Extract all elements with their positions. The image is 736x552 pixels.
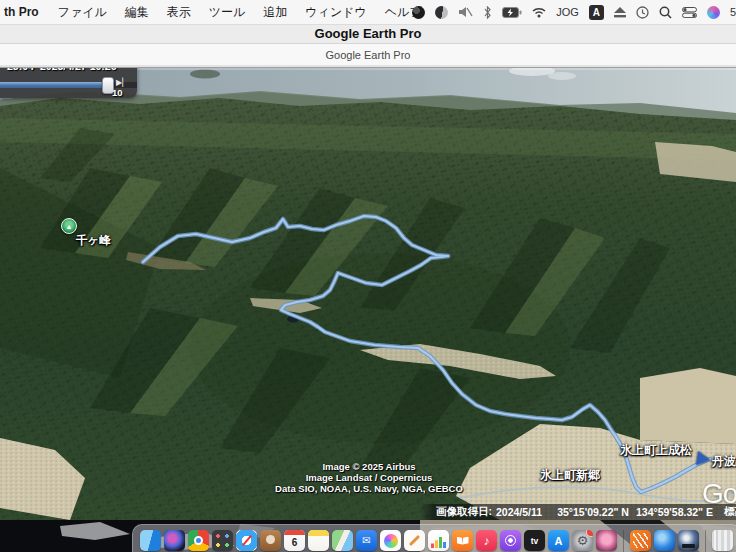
control-center-icon[interactable] xyxy=(682,7,697,18)
dock-item-chrome[interactable] xyxy=(188,530,209,551)
vpn-jog-label[interactable]: JOG xyxy=(556,6,579,18)
dock-item-music[interactable]: ♪ xyxy=(476,530,497,551)
dock-item-photos[interactable] xyxy=(380,530,401,551)
app-menu[interactable]: th Pro xyxy=(4,5,39,19)
window-subtitle: Google Earth Pro xyxy=(326,49,411,61)
chrome-icon[interactable] xyxy=(188,530,209,551)
orange-app-icon[interactable] xyxy=(630,530,651,551)
elevation-label: 標高 xyxy=(724,505,736,519)
dock-item-settings[interactable]: ⚙ xyxy=(572,530,593,551)
dock-item-flower-app[interactable] xyxy=(596,530,617,551)
attribution-line: Image Landsat / Copernicus xyxy=(238,472,500,483)
dock-item-appstore[interactable]: A xyxy=(548,530,569,551)
dock-item-notes[interactable] xyxy=(308,530,329,551)
imagery-date: 2024/5/11 xyxy=(496,506,542,518)
contacts-icon[interactable] xyxy=(260,530,281,551)
podcasts-icon[interactable] xyxy=(500,530,521,551)
village-west-label[interactable]: 氷上町新郷 xyxy=(540,467,600,484)
dock-item-tv[interactable]: tv xyxy=(524,530,545,551)
blue-globe-app-icon[interactable] xyxy=(654,530,675,551)
photo-label[interactable]: 丹波 xyxy=(712,453,736,470)
dock-item-launchpad[interactable] xyxy=(212,530,233,551)
latitude-value: 35°15'09.22" N xyxy=(557,506,629,518)
menu-window[interactable]: ウィンドウ xyxy=(305,4,366,21)
tv-label: tv xyxy=(531,536,539,546)
menu-file[interactable]: ファイル xyxy=(58,4,107,21)
tv-icon[interactable]: tv xyxy=(524,530,545,551)
dock-item-calendar[interactable]: 6 xyxy=(284,530,305,551)
music-note: ♪ xyxy=(484,534,490,548)
photos-icon[interactable] xyxy=(380,530,401,551)
input-method-icon[interactable]: A xyxy=(589,5,604,20)
books-icon[interactable] xyxy=(452,530,473,551)
menu-add[interactable]: 追加 xyxy=(263,4,287,21)
settings-gear-icon[interactable]: ⚙ xyxy=(572,530,593,551)
mail-icon[interactable]: ✉ xyxy=(356,530,377,551)
time-machine-icon[interactable] xyxy=(636,6,649,19)
dock-item-google-earth[interactable] xyxy=(678,530,699,551)
appstore-label: A xyxy=(555,535,563,547)
calendar-day: 6 xyxy=(292,537,298,548)
time-step-value: 10 xyxy=(112,87,123,98)
launchpad-icon[interactable] xyxy=(212,530,233,551)
dock-item-mail[interactable]: ✉ xyxy=(356,530,377,551)
time-slider-track[interactable] xyxy=(0,82,113,88)
dock-item-numbers[interactable] xyxy=(428,530,449,551)
notes-icon[interactable] xyxy=(308,530,329,551)
siri-icon[interactable] xyxy=(707,6,720,19)
trash-icon[interactable] xyxy=(712,530,733,551)
window-title-bar[interactable]: Google Earth Pro xyxy=(0,24,736,44)
status-readout-bar: 画像取得日: 2024/5/11 35°15'09.22" N 134°59'5… xyxy=(420,504,736,520)
earth-viewport[interactable]: ▲ 千ヶ峰 氷上町新郷 氷上町上成松 丹波 Image © 2025 Airbu… xyxy=(0,48,736,520)
menu-bar: th Pro ファイル 編集 表示 ツール 追加 ウィンドウ ヘルプ JOG A… xyxy=(0,0,736,25)
dock-divider xyxy=(705,530,706,552)
screen: th Pro ファイル 編集 表示 ツール 追加 ウィンドウ ヘルプ JOG A… xyxy=(0,0,736,552)
clock-partial[interactable]: 5 xyxy=(730,6,736,18)
notification-badge xyxy=(586,530,593,537)
menu-tools[interactable]: ツール xyxy=(209,4,246,21)
bluetooth-icon[interactable] xyxy=(483,6,492,19)
dock-item-contacts[interactable] xyxy=(260,530,281,551)
calendar-icon[interactable]: 6 xyxy=(284,530,305,551)
siri-dock-icon[interactable] xyxy=(164,530,185,551)
shazam-icon[interactable] xyxy=(412,6,425,19)
pages-icon[interactable] xyxy=(404,530,425,551)
dock-item-blue-globe-app[interactable] xyxy=(654,530,675,551)
eject-icon[interactable] xyxy=(614,7,626,18)
dock-item-trash[interactable] xyxy=(712,530,733,551)
menu-edit[interactable]: 編集 xyxy=(125,4,149,21)
display-icon[interactable] xyxy=(435,6,448,19)
window-subtitle-bar: Google Earth Pro xyxy=(0,43,736,68)
dock-item-podcasts[interactable] xyxy=(500,530,521,551)
dock-item-pages[interactable] xyxy=(404,530,425,551)
imagery-attribution: Image © 2025 Airbus Image Landsat / Cope… xyxy=(238,461,500,494)
dock: 6 ✉ ♪ tv A ⚙ xyxy=(132,524,736,552)
dock-item-siri[interactable] xyxy=(164,530,185,551)
wifi-icon[interactable] xyxy=(532,7,546,18)
maps-icon[interactable] xyxy=(332,530,353,551)
google-earth-icon[interactable] xyxy=(678,530,699,551)
spotlight-icon[interactable] xyxy=(659,6,672,19)
safari-icon[interactable] xyxy=(236,530,257,551)
numbers-icon[interactable] xyxy=(428,530,449,551)
dock-item-orange-app[interactable] xyxy=(630,530,651,551)
village-east-label[interactable]: 氷上町上成松 xyxy=(620,442,692,459)
attribution-line: Data SIO, NOAA, U.S. Navy, NGA, GEBCO xyxy=(238,483,500,494)
mute-icon[interactable] xyxy=(458,6,473,18)
peak-marker-icon[interactable]: ▲ xyxy=(61,218,77,234)
finder-icon[interactable] xyxy=(140,530,161,551)
dock-item-finder[interactable] xyxy=(140,530,161,551)
app-store-icon[interactable]: A xyxy=(548,530,569,551)
dock-item-books[interactable] xyxy=(452,530,473,551)
menu-view[interactable]: 表示 xyxy=(167,4,191,21)
music-icon[interactable]: ♪ xyxy=(476,530,497,551)
flower-app-icon[interactable] xyxy=(596,530,617,551)
battery-icon[interactable] xyxy=(502,7,522,18)
attribution-line: Image © 2025 Airbus xyxy=(238,461,500,472)
dock-item-maps[interactable] xyxy=(332,530,353,551)
photo-marker-icon[interactable] xyxy=(696,451,711,467)
dock-item-safari[interactable] xyxy=(236,530,257,551)
time-step-forward-icon[interactable]: ▶▏ xyxy=(116,78,128,87)
dock-divider xyxy=(623,530,624,552)
peak-label[interactable]: 千ヶ峰 xyxy=(76,233,111,248)
